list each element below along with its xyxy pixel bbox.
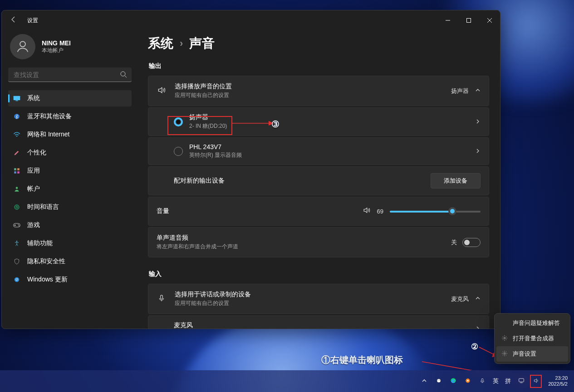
profile-subtitle: 本地帐户: [42, 47, 71, 54]
breadcrumb-root[interactable]: 系统: [148, 35, 173, 52]
svg-point-28: [504, 353, 505, 354]
accounts-icon: [13, 185, 21, 193]
svg-rect-9: [17, 168, 20, 170]
svg-point-35: [467, 380, 469, 382]
svg-point-31: [438, 380, 438, 380]
add-device-button[interactable]: 添加设备: [431, 173, 481, 189]
sidebar-item-label: 帐户: [27, 185, 40, 193]
settings-window: 设置 NING MEI 本地帐户 系: [1, 10, 500, 329]
speaker-icon: [157, 86, 167, 97]
volume-slider[interactable]: [390, 207, 481, 216]
chevron-up-icon: [475, 87, 481, 94]
ime-lang-indicator[interactable]: 英: [493, 377, 499, 385]
output-choose-card[interactable]: 选择播放声音的位置 应用可能有自己的设置 扬声器: [148, 76, 489, 106]
svg-point-27: [504, 337, 505, 339]
search-icon: [120, 71, 127, 80]
tray-chevron-up-icon[interactable]: [420, 377, 428, 385]
svg-rect-1: [467, 19, 471, 23]
volume-value: 69: [377, 208, 383, 215]
volume-speaker-icon[interactable]: [363, 206, 371, 216]
annotation-step1: ①右键单击喇叭图标: [321, 354, 403, 366]
output-device-row[interactable]: 扬声器2- IN 糖(DD:20): [148, 107, 489, 136]
sidebar-item-apps[interactable]: 应用: [8, 163, 132, 179]
sidebar-item-label: 蓝牙和其他设备: [27, 112, 72, 121]
profile-name: NING MEI: [42, 39, 71, 47]
svg-rect-6: [15, 101, 18, 101]
clock-date: 2022/5/2: [548, 381, 568, 387]
search-box[interactable]: [8, 68, 132, 82]
pair-output-label: 配对新的输出设备: [174, 177, 225, 185]
mic-icon: [157, 294, 167, 304]
mono-toggle[interactable]: [462, 238, 481, 247]
sidebar-item-label: 辅助功能: [27, 239, 53, 247]
sidebar-item-gaming[interactable]: 游戏: [8, 217, 132, 233]
content: 系统 › 声音 输出 选择播放声音的位置 应用可能有自己的设置 扬声器: [138, 30, 500, 329]
tray-app-icon-1[interactable]: [435, 377, 443, 385]
ctx-item-label: 打开音量合成器: [513, 334, 554, 343]
input-choose-title: 选择用于讲话或录制的设备: [175, 290, 443, 299]
input-choose-card[interactable]: 选择用于讲话或录制的设备 应用可能有自己的设置 麦克风: [148, 284, 489, 314]
mono-sub: 将左声道和右声道合并成一个声道: [157, 243, 451, 251]
svg-point-3: [121, 72, 125, 76]
ime-mode-indicator[interactable]: 拼: [505, 377, 511, 385]
input-section-title: 输入: [149, 270, 489, 278]
sidebar-item-accounts[interactable]: 帐户: [8, 181, 132, 197]
sidebar-item-label: 隐私和安全性: [27, 257, 65, 266]
svg-rect-20: [161, 295, 163, 299]
privacy-icon: [13, 257, 21, 266]
sidebar-item-label: 应用: [27, 167, 40, 175]
tray-network-icon[interactable]: [517, 377, 525, 385]
sidebar-item-label: 个性化: [27, 149, 46, 157]
ctx-item-label: 声音设置: [513, 350, 536, 358]
svg-point-17: [19, 225, 20, 226]
gear-icon: [501, 350, 508, 358]
sidebar-item-time[interactable]: 时间和语言: [8, 199, 132, 215]
system-icon: [13, 94, 21, 102]
sidebar-item-system[interactable]: 系统: [8, 90, 132, 106]
ctx-item[interactable]: 声音设置: [496, 346, 568, 362]
radio-button[interactable]: [174, 117, 183, 126]
svg-rect-36: [481, 378, 483, 381]
maximize-button[interactable]: [458, 10, 479, 30]
svg-rect-5: [14, 96, 20, 100]
output-section-title: 输出: [149, 62, 489, 70]
breadcrumb-sep-icon: ›: [180, 38, 183, 49]
chevron-right-icon: [475, 147, 481, 155]
personalize-icon: [13, 149, 21, 157]
svg-point-32: [439, 380, 440, 380]
output-device-row[interactable]: PHL 243V7英特尔(R) 显示器音频: [148, 137, 489, 165]
svg-line-4: [125, 76, 127, 77]
mono-audio-card: 单声道音频 将左声道和右声道合并成一个声道 关: [148, 227, 489, 257]
tray-mic-icon[interactable]: [478, 377, 486, 385]
sidebar-item-bluetooth[interactable]: 蓝牙和其他设备: [8, 108, 132, 125]
sidebar-item-label: 网络和 Internet: [27, 131, 69, 139]
chevron-right-icon: [475, 325, 481, 329]
device-name: 麦克风: [174, 321, 469, 329]
taskbar: 英 拼 23:20 2022/5/2: [0, 370, 574, 392]
minimize-button[interactable]: [437, 10, 458, 30]
chevron-right-icon: [475, 118, 481, 126]
tray-app-icon-2[interactable]: [464, 377, 472, 385]
tray-volume-icon[interactable]: [532, 377, 540, 386]
apps-icon: [13, 167, 21, 175]
radio-button[interactable]: [174, 147, 183, 156]
sidebar-item-network[interactable]: 网络和 Internet: [8, 126, 132, 143]
taskbar-clock[interactable]: 23:20 2022/5/2: [546, 375, 569, 387]
search-input[interactable]: [8, 68, 132, 82]
sidebar-item-personalize[interactable]: 个性化: [8, 145, 132, 161]
input-device-row[interactable]: 麦克风Iriun Webcam: [148, 315, 489, 329]
profile[interactable]: NING MEI 本地帐户: [8, 30, 132, 68]
back-button[interactable]: [10, 16, 21, 25]
volume-card: 音量 69: [148, 197, 489, 226]
ctx-item[interactable]: 声音问题疑难解答: [496, 315, 568, 331]
close-button[interactable]: [479, 10, 500, 30]
sidebar-item-privacy[interactable]: 隐私和安全性: [8, 253, 132, 270]
svg-rect-11: [17, 171, 20, 174]
sidebar-item-update[interactable]: Windows 更新: [8, 271, 132, 288]
ctx-item[interactable]: 打开音量合成器: [496, 331, 568, 346]
svg-rect-8: [14, 168, 16, 170]
annotation-step2: ②: [471, 342, 478, 352]
clock-time: 23:20: [548, 375, 568, 381]
tray-edge-icon[interactable]: [449, 377, 457, 385]
sidebar-item-accessibility[interactable]: 辅助功能: [8, 235, 132, 252]
